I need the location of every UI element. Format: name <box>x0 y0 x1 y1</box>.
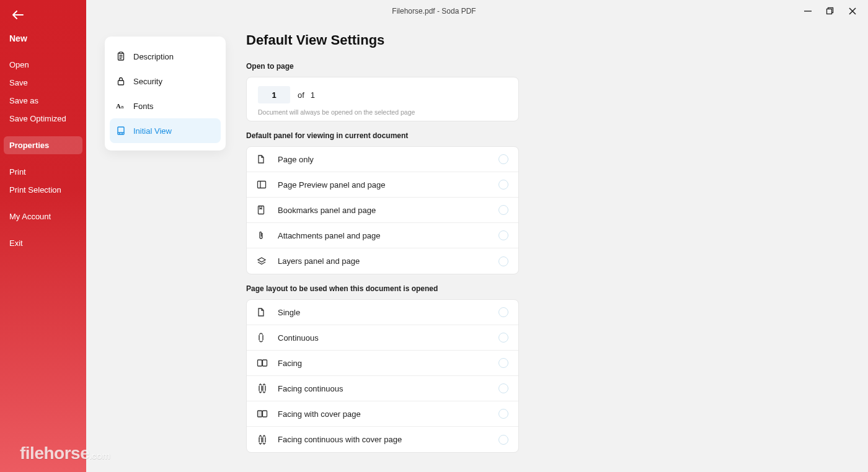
back-button[interactable] <box>7 6 29 24</box>
option-attachments[interactable]: Attachments panel and page <box>247 223 518 248</box>
page-icon <box>257 154 278 164</box>
tab-initial-view[interactable]: Initial View <box>110 118 221 143</box>
bookmark-icon <box>257 205 278 215</box>
sidebar-item-save-as[interactable]: Save as <box>0 92 86 110</box>
option-page-preview[interactable]: Page Preview panel and page <box>247 172 518 198</box>
clipboard-icon <box>116 51 133 61</box>
tab-fonts[interactable]: Aa Fonts <box>110 94 221 118</box>
svg-rect-20 <box>258 360 262 366</box>
fonts-icon: Aa <box>116 101 133 111</box>
option-label: Bookmarks panel and page <box>278 206 498 215</box>
svg-rect-2 <box>827 9 832 14</box>
minimize-button[interactable] <box>799 2 817 20</box>
window-title: Filehorse.pdf - Soda PDF <box>392 7 476 15</box>
watermark-main: filehorse <box>20 444 89 463</box>
option-page-only[interactable]: Page only <box>247 147 518 172</box>
maximize-button[interactable] <box>821 2 839 20</box>
of-label: of <box>298 90 304 100</box>
svg-rect-22 <box>258 411 262 417</box>
radio-icon <box>498 409 508 419</box>
radio-icon <box>498 383 508 393</box>
svg-rect-23 <box>263 411 267 417</box>
option-continuous[interactable]: Continuous <box>247 325 518 351</box>
radio-icon <box>498 435 508 445</box>
open-to-page-panel: of 1 Document will always be opened on t… <box>246 77 519 121</box>
lock-icon <box>116 76 133 86</box>
facing-icon <box>257 359 278 367</box>
radio-icon <box>498 307 508 317</box>
sidebar-item-save-optimized[interactable]: Save Optimized <box>0 110 86 128</box>
option-label: Page only <box>278 155 498 164</box>
sidebar: New Open Save Save as Save Optimized Pro… <box>0 0 86 472</box>
sidebar-item-print[interactable]: Print <box>0 163 86 181</box>
page-icon <box>257 307 278 317</box>
sidebar-item-print-selection[interactable]: Print Selection <box>0 181 86 199</box>
radio-icon <box>498 256 508 266</box>
option-facing-cover[interactable]: Facing with cover page <box>247 401 518 427</box>
initial-view-icon <box>116 126 133 136</box>
sidebar-item-exit[interactable]: Exit <box>0 234 86 252</box>
radio-icon <box>498 333 508 343</box>
svg-rect-13 <box>118 127 124 134</box>
facing-cover-icon <box>257 409 278 418</box>
option-label: Facing continuous with cover page <box>278 435 498 444</box>
option-layers[interactable]: Layers panel and page <box>247 248 518 274</box>
tab-security[interactable]: Security <box>110 69 221 94</box>
sidebar-item-new[interactable]: New <box>0 30 86 47</box>
option-label: Facing <box>278 359 498 368</box>
close-button[interactable] <box>843 2 862 20</box>
option-facing-continuous-cover[interactable]: Facing continuous with cover page <box>247 427 518 452</box>
settings-main: Default View Settings Open to page of 1 … <box>246 32 843 472</box>
option-single[interactable]: Single <box>247 300 518 325</box>
svg-rect-17 <box>258 181 266 188</box>
tab-label: Fonts <box>133 102 154 111</box>
open-to-page-input[interactable] <box>258 86 290 103</box>
svg-rect-6 <box>120 52 123 54</box>
preview-panel-icon <box>257 180 278 189</box>
default-panel-label: Default panel for viewing in current doc… <box>246 131 843 140</box>
svg-text:A: A <box>116 102 121 110</box>
option-label: Layers panel and page <box>278 256 498 266</box>
radio-icon <box>498 358 508 368</box>
sidebar-item-open[interactable]: Open <box>0 56 86 74</box>
radio-icon <box>498 154 508 164</box>
radio-icon <box>498 230 508 240</box>
properties-tabs-panel: Description Security Aa Fonts Initial Vi… <box>105 37 226 151</box>
sidebar-item-my-account[interactable]: My Account <box>0 208 86 225</box>
svg-rect-10 <box>118 81 124 85</box>
radio-icon <box>498 180 508 190</box>
option-label: Facing continuous <box>278 384 498 393</box>
facing-continuous-icon <box>257 383 278 393</box>
option-label: Page Preview panel and page <box>278 180 498 190</box>
continuous-icon <box>257 333 278 343</box>
tab-description[interactable]: Description <box>110 44 221 69</box>
attachment-icon <box>257 230 278 240</box>
tab-label: Description <box>133 52 174 61</box>
sidebar-item-properties[interactable]: Properties <box>4 136 82 154</box>
option-label: Facing with cover page <box>278 409 498 419</box>
option-label: Attachments panel and page <box>278 231 498 240</box>
option-label: Continuous <box>278 333 498 343</box>
page-title: Default View Settings <box>246 32 843 48</box>
content-area: Description Security Aa Fonts Initial Vi… <box>86 0 868 472</box>
title-bar: Filehorse.pdf - Soda PDF <box>0 0 868 22</box>
radio-icon <box>498 205 508 215</box>
tab-label: Security <box>133 77 162 86</box>
option-label: Single <box>278 308 498 317</box>
open-to-page-hint: Document will always be opened on the se… <box>258 108 507 116</box>
total-pages: 1 <box>311 90 315 100</box>
option-bookmarks[interactable]: Bookmarks panel and page <box>247 198 518 223</box>
svg-rect-21 <box>263 360 267 366</box>
page-layout-options: Single Continuous Facing <box>246 299 519 453</box>
svg-text:a: a <box>121 104 124 110</box>
open-to-page-label: Open to page <box>246 62 843 71</box>
svg-rect-19 <box>259 206 264 214</box>
svg-rect-24 <box>259 437 262 439</box>
open-to-page-row: of 1 <box>258 86 507 103</box>
default-panel-options: Page only Page Preview panel and page Bo… <box>246 146 519 274</box>
tab-label: Initial View <box>133 126 172 136</box>
option-facing[interactable]: Facing <box>247 351 518 376</box>
option-facing-continuous[interactable]: Facing continuous <box>247 376 518 401</box>
facing-continuous-cover-icon <box>257 435 278 445</box>
sidebar-item-save[interactable]: Save <box>0 74 86 92</box>
